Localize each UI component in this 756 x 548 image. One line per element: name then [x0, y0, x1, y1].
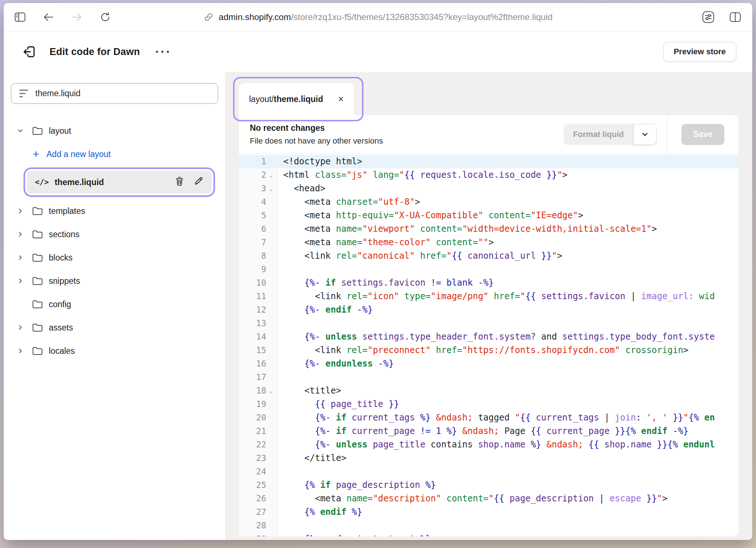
code-line-22[interactable]: 22 {%- unless page_title contains shop.n… [239, 438, 739, 451]
url-host: admin.shopify.com [219, 12, 291, 22]
folder-icon [32, 300, 49, 309]
rename-file-icon[interactable] [194, 176, 204, 188]
code-text: <link rel="icon" type="image/png" href="… [278, 290, 739, 303]
chevron-down-icon [17, 127, 32, 134]
line-number: 5 [239, 209, 278, 222]
add-new-layout-link[interactable]: + Add a new layout [11, 142, 218, 166]
code-line-18[interactable]: 18⌄ <title> [239, 384, 739, 398]
folder-label: templates [49, 206, 85, 216]
code-line-14[interactable]: 14 {%- unless settings.type_header_font.… [239, 330, 739, 344]
format-liquid-button[interactable]: Format liquid [564, 124, 633, 145]
code-text: <title> [278, 384, 739, 398]
sidebar-folder-snippets[interactable]: snippets [11, 269, 218, 293]
line-number: 13 [239, 317, 278, 330]
file-search-value: theme.liquid [35, 89, 80, 98]
file-item-theme-liquid-selected[interactable]: </> theme.liquid [27, 171, 212, 193]
code-line-15[interactable]: 15 <link rel="preconnect" href="https://… [239, 344, 739, 357]
code-line-1[interactable]: 1<!doctype html> [239, 155, 739, 168]
delete-file-icon[interactable] [175, 176, 184, 188]
line-number: 14 [239, 330, 278, 344]
folder-label: assets [49, 323, 73, 333]
filter-icon [19, 90, 28, 97]
code-line-20[interactable]: 20 {%- if current_tags %} &ndash; tagged… [239, 411, 739, 424]
save-button[interactable]: Save [681, 124, 724, 145]
code-text: {%- unless page_title contains shop.name… [278, 438, 739, 451]
code-line-12[interactable]: 12 {%- endif -%} [239, 303, 739, 317]
code-line-29[interactable]: 29 {% render 'meta-tags' %} [239, 532, 739, 536]
line-number: 8 [239, 249, 278, 263]
sidebar-folder-assets[interactable]: assets [11, 316, 218, 339]
tab-file-name: theme.liquid [274, 94, 323, 104]
line-number: 4 [239, 195, 278, 209]
fold-arrow-icon[interactable]: ⌄ [266, 384, 276, 398]
status-subtitle: File does not have any other versions [250, 136, 383, 146]
code-line-10[interactable]: 10 {%- if settings.favicon != blank -%} [239, 276, 739, 290]
fold-arrow-icon[interactable]: ⌄ [266, 168, 276, 182]
code-text: <meta name="viewport" content="width=dev… [278, 222, 739, 236]
code-line-16[interactable]: 16 {%- endunless -%} [239, 357, 739, 371]
code-text [278, 317, 739, 330]
address-bar[interactable]: admin.shopify.com/store/rzq1xu-f5/themes… [4, 3, 752, 31]
sidebar-folder-locales[interactable]: locales [11, 339, 218, 363]
code-line-2[interactable]: 2⌄<html class="js" lang="{{ request.loca… [239, 168, 739, 182]
folder-label: sections [49, 230, 79, 239]
code-line-24[interactable]: 24 [239, 465, 739, 478]
sidebar-folder-config[interactable]: config [11, 293, 218, 316]
code-line-3[interactable]: 3⌄ <head> [239, 182, 739, 195]
line-number: 28 [239, 519, 278, 532]
folder-icon [32, 323, 49, 332]
preview-store-button[interactable]: Preview store [663, 42, 736, 62]
add-new-layout-label: Add a new layout [47, 149, 111, 159]
code-line-23[interactable]: 23 </title> [239, 451, 739, 465]
code-text: <meta name="description" content="{{ pag… [278, 492, 739, 505]
more-actions-icon[interactable] [156, 51, 169, 53]
link-icon [204, 12, 214, 22]
fold-arrow-icon[interactable]: ⌄ [266, 182, 276, 195]
split-view-icon[interactable] [729, 11, 741, 23]
tab-close-icon[interactable]: × [338, 94, 344, 104]
line-number: 24 [239, 465, 278, 478]
sidebar-folder-templates[interactable]: templates [11, 199, 218, 223]
file-search-input[interactable]: theme.liquid [11, 83, 218, 104]
line-number: 12 [239, 303, 278, 317]
code-text: {% if page_description %} [278, 478, 739, 492]
file-tree: layout + Add a new layout </> theme.liqu… [11, 119, 218, 363]
format-liquid-dropdown[interactable] [633, 124, 657, 145]
tab-layout-theme-liquid[interactable]: layout/theme.liquid × [239, 83, 354, 115]
code-line-25[interactable]: 25 {% if page_description %} [239, 478, 739, 492]
sidebar-folder-blocks[interactable]: blocks [11, 246, 218, 269]
exit-editor-icon[interactable] [21, 44, 37, 60]
line-number: 9 [239, 263, 278, 276]
line-number: 6 [239, 222, 278, 236]
line-number: 11 [239, 290, 278, 303]
line-number: 25 [239, 478, 278, 492]
code-line-13[interactable]: 13 [239, 317, 739, 330]
folder-label: locales [49, 346, 75, 356]
sidebar-folder-sections[interactable]: sections [11, 223, 218, 246]
code-line-26[interactable]: 26 <meta name="description" content="{{ … [239, 492, 739, 505]
code-line-11[interactable]: 11 <link rel="icon" type="image/png" hre… [239, 290, 739, 303]
code-line-7[interactable]: 7 <meta name="theme-color" content=""> [239, 236, 739, 249]
code-text [278, 263, 739, 276]
code-line-28[interactable]: 28 [239, 519, 739, 532]
line-number: 2⌄ [239, 168, 278, 182]
line-number: 10 [239, 276, 278, 290]
code-line-21[interactable]: 21 {%- if current_page != 1 %} &ndash; P… [239, 424, 739, 438]
code-line-5[interactable]: 5 <meta http-equiv="X-UA-Compatible" con… [239, 209, 739, 222]
code-line-19[interactable]: 19 {{ page_title }} [239, 398, 739, 411]
tab-path-prefix: layout/ [249, 94, 274, 104]
line-number: 16 [239, 357, 278, 371]
code-editor[interactable]: 1<!doctype html>2⌄<html class="js" lang=… [239, 154, 739, 536]
code-line-6[interactable]: 6 <meta name="viewport" content="width=d… [239, 222, 739, 236]
chevron-right-icon [17, 254, 32, 261]
code-line-4[interactable]: 4 <meta charset="utf-8"> [239, 195, 739, 209]
sidebar-folder-layout[interactable]: layout [11, 119, 218, 142]
folder-label: blocks [49, 253, 72, 263]
code-line-8[interactable]: 8 <link rel="canonical" href="{{ canonic… [239, 249, 739, 263]
folder-icon [32, 230, 49, 239]
page-settings-icon[interactable] [702, 11, 714, 23]
line-number: 3⌄ [239, 182, 278, 195]
code-line-27[interactable]: 27 {% endif %} [239, 505, 739, 519]
code-line-17[interactable]: 17 [239, 371, 739, 384]
code-line-9[interactable]: 9 [239, 263, 739, 276]
